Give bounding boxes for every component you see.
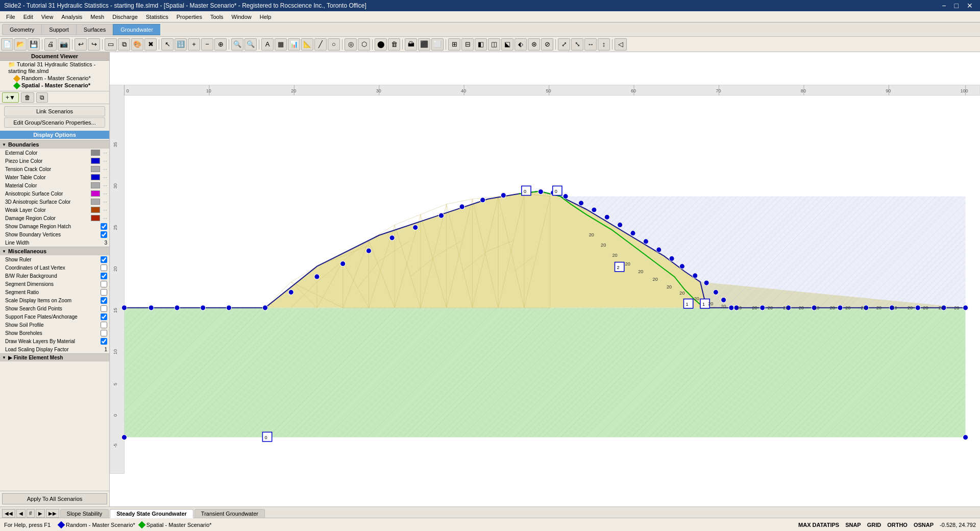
menu-help[interactable]: Help [256, 13, 276, 21]
boundaries-section-header[interactable]: Boundaries [0, 140, 109, 149]
delete-button[interactable]: ✖ [144, 38, 157, 51]
show-ruler-checkbox[interactable] [101, 256, 107, 263]
tool11[interactable]: ⊘ [541, 38, 553, 51]
menu-view[interactable]: View [37, 13, 58, 21]
boreholes-checkbox[interactable] [101, 330, 107, 336]
damage-hatch-checkbox[interactable] [101, 223, 107, 230]
table-button[interactable]: ▦ [275, 38, 287, 51]
tool9[interactable]: ⬖ [514, 38, 527, 51]
minimize-button[interactable]: − [939, 2, 949, 10]
chart-button[interactable]: 📊 [288, 38, 300, 51]
breadcrumb-geometry[interactable]: Geometry [2, 24, 41, 35]
material-color-more[interactable]: ··· [103, 183, 107, 188]
scenario-random[interactable]: Random - Master Scenario* [0, 75, 109, 82]
print-button[interactable]: 🖨 [44, 38, 57, 51]
close-button[interactable]: ✕ [964, 2, 976, 10]
tab-prev-button[interactable]: ◀ [16, 509, 26, 518]
copy-button[interactable]: ⧉ [118, 38, 130, 51]
tension-color-more[interactable]: ··· [103, 166, 107, 172]
redo-button[interactable]: ↪ [88, 38, 100, 51]
canvas-area[interactable]: 0 10 20 30 40 50 60 70 80 90 100 35 30 2… [110, 52, 980, 506]
new-button[interactable]: 📄 [1, 38, 13, 51]
scenario-spatial[interactable]: Spatial - Master Scenario* [0, 82, 109, 89]
tab-slope-stability[interactable]: Slope Stability [60, 509, 109, 518]
tool4[interactable]: ⬛ [418, 38, 430, 51]
material-color-swatch[interactable] [91, 182, 100, 188]
tool8[interactable]: ⬕ [501, 38, 513, 51]
tool14[interactable]: ↔ [584, 38, 597, 51]
circle-button[interactable]: ○ [328, 38, 340, 51]
add-scenario-button[interactable]: +▼ [2, 92, 19, 103]
delete-scenario-button[interactable]: 🗑 [21, 92, 34, 103]
apply-to-scenarios-button[interactable]: Apply To All Scenarios [2, 493, 107, 504]
menu-analysis[interactable]: Analysis [57, 13, 86, 21]
text-button[interactable]: A [261, 38, 274, 51]
weak-layer-color-swatch[interactable] [91, 207, 100, 213]
external-color-more[interactable]: ··· [103, 150, 107, 156]
menu-file[interactable]: File [2, 13, 19, 21]
tab-transient-groundwater[interactable]: Transient Groundwater [194, 509, 265, 518]
weak-layer-color-more[interactable]: ··· [103, 207, 107, 213]
zoom-in-button[interactable]: + [188, 38, 200, 51]
tab-first-button[interactable]: ◀◀ [2, 509, 15, 518]
bw-ruler-checkbox[interactable] [101, 273, 107, 279]
tool13[interactable]: ⤡ [571, 38, 583, 51]
menu-window[interactable]: Window [228, 13, 256, 21]
damage-color-more[interactable]: ··· [103, 215, 107, 221]
tool16[interactable]: ◁ [615, 38, 627, 51]
menu-discharge[interactable]: Discharge [108, 13, 142, 21]
breadcrumb-support[interactable]: Support [41, 24, 76, 35]
boundary-vertices-checkbox[interactable] [101, 231, 107, 238]
menu-statistics[interactable]: Statistics [142, 13, 173, 21]
doc-tree-root[interactable]: 📁 Tutorial 31 Hydraulic Statistics - sta… [0, 61, 109, 75]
damage-color-swatch[interactable] [91, 215, 100, 221]
aniso-color-swatch[interactable] [91, 190, 100, 197]
piezo-color-swatch[interactable] [91, 158, 100, 164]
calculate-button[interactable]: 🔢 [175, 38, 187, 51]
water-table-color-more[interactable]: ··· [103, 175, 107, 180]
misc-section-header[interactable]: Miscellaneous [0, 247, 109, 255]
tool1[interactable]: ⬤ [375, 38, 387, 51]
tool7[interactable]: ◫ [488, 38, 500, 51]
link-scenarios-button[interactable]: Link Scenarios [4, 106, 105, 116]
zoom-out2-button[interactable]: 🔍 [244, 38, 257, 51]
tool12[interactable]: ⤢ [558, 38, 570, 51]
scale-zoom-checkbox[interactable] [101, 297, 107, 304]
menu-properties[interactable]: Properties [173, 13, 206, 21]
restore-button[interactable]: □ [951, 2, 962, 10]
tension-color-swatch[interactable] [91, 166, 100, 172]
save-button[interactable]: 💾 [28, 38, 40, 51]
aniso3d-color-more[interactable]: ··· [103, 199, 107, 205]
zoom-in2-button[interactable]: 🔍 [231, 38, 243, 51]
menu-mesh[interactable]: Mesh [86, 13, 108, 21]
tool3[interactable]: 🏔 [405, 38, 417, 51]
search-grid-checkbox[interactable] [101, 305, 107, 312]
tool2[interactable]: 🗑 [388, 38, 400, 51]
menu-tools[interactable]: Tools [206, 13, 228, 21]
coords-last-vertex-checkbox[interactable] [101, 264, 107, 271]
aniso-color-more[interactable]: ··· [103, 191, 107, 197]
select-button[interactable]: ▭ [105, 38, 117, 51]
polygon-button[interactable]: ⬡ [358, 38, 370, 51]
line-button[interactable]: ╱ [314, 38, 327, 51]
color-button[interactable]: 🎨 [131, 38, 143, 51]
fem-section-header[interactable]: ▶ Finite Element Mesh [0, 353, 109, 361]
grid-btn[interactable]: ⊞ [448, 38, 460, 51]
piezo-color-more[interactable]: ··· [103, 158, 107, 164]
menu-edit[interactable]: Edit [19, 13, 37, 21]
weak-layers-material-checkbox[interactable] [101, 338, 107, 345]
tab-last-button[interactable]: ▶▶ [46, 509, 59, 518]
breadcrumb-surfaces[interactable]: Surfaces [76, 24, 113, 35]
measure-button[interactable]: 📐 [301, 38, 313, 51]
window-controls[interactable]: − □ ✕ [939, 2, 976, 10]
tab-next-button[interactable]: ▶ [36, 509, 45, 518]
segment-dims-checkbox[interactable] [101, 281, 107, 287]
edit-group-button[interactable]: Edit Group/Scenario Properties... [4, 117, 105, 128]
tool15[interactable]: ↕ [598, 38, 610, 51]
circle2-button[interactable]: ◎ [345, 38, 357, 51]
screenshot-button[interactable]: 📷 [58, 38, 70, 51]
tab-steady-state-groundwater[interactable]: Steady State Groundwater [110, 509, 193, 518]
grid2-btn[interactable]: ⊟ [461, 38, 474, 51]
zoom-button[interactable]: ⊕ [214, 38, 227, 51]
tool10[interactable]: ⊛ [528, 38, 540, 51]
